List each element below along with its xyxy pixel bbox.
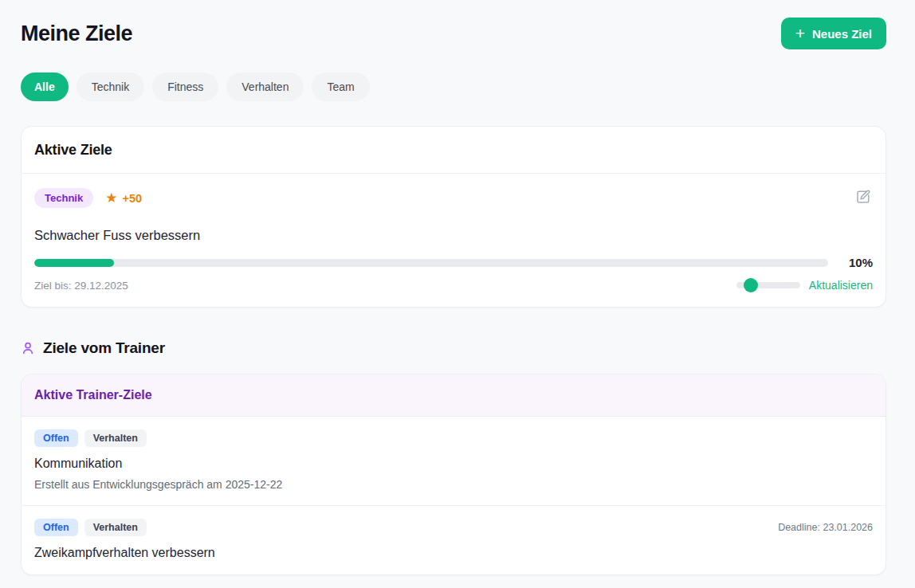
trainer-goals-card: Aktive Trainer-Ziele Offen Verhalten Kom… <box>21 374 886 575</box>
filter-pill-verhalten[interactable]: Verhalten <box>226 73 304 101</box>
goal-progress-row: 10% <box>34 256 873 269</box>
page-header: Meine Ziele + Neues Ziel <box>21 18 886 49</box>
trainer-goal-item: Offen Verhalten Kommunikation Erstellt a… <box>22 417 886 505</box>
trainer-section-header: Ziele vom Trainer <box>21 339 886 357</box>
filter-pill-fitness[interactable]: Fitness <box>152 73 218 101</box>
points-indicator: ★ +50 <box>105 191 142 205</box>
progress-slider-knob[interactable] <box>744 278 758 292</box>
active-goals-card-title: Aktive Ziele <box>22 127 886 174</box>
page: Meine Ziele + Neues Ziel Alle Technik Fi… <box>0 0 915 588</box>
new-goal-button[interactable]: + Neues Ziel <box>781 18 886 49</box>
goal-title: Schwacher Fuss verbessern <box>34 228 873 243</box>
person-icon <box>21 341 35 355</box>
category-badge: Verhalten <box>84 429 147 447</box>
trainer-goal-subtitle: Erstellt aus Entwicklungsgespräch am 202… <box>34 478 873 491</box>
progress-percent-label: 10% <box>828 256 873 269</box>
trainer-goal-item: Offen Verhalten Deadline: 23.01.2026 Zwe… <box>22 505 886 574</box>
trainer-goal-title: Zweikampfverhalten verbessern <box>34 546 873 560</box>
points-label: +50 <box>122 192 142 205</box>
trainer-goal-badges: Offen Verhalten Deadline: 23.01.2026 <box>34 519 873 536</box>
star-icon: ★ <box>105 191 117 205</box>
filter-pill-team[interactable]: Team <box>312 73 369 101</box>
update-progress-link[interactable]: Aktualisieren <box>809 279 873 292</box>
category-badge: Verhalten <box>84 519 147 536</box>
trainer-section-title: Ziele vom Trainer <box>43 339 165 357</box>
status-badge: Offen <box>34 519 78 536</box>
active-goal-item: Technik ★ +50 Schwacher Fuss verbessern <box>22 174 886 307</box>
status-badge: Offen <box>34 429 78 447</box>
new-goal-button-label: Neues Ziel <box>812 27 872 41</box>
plus-icon: + <box>795 25 805 41</box>
filter-pill-alle[interactable]: Alle <box>21 73 69 101</box>
active-goals-card: Aktive Ziele Technik ★ +50 Schwacher Fus… <box>21 126 886 308</box>
page-title: Meine Ziele <box>21 22 132 46</box>
trainer-card-title: Aktive Trainer-Ziele <box>22 374 886 417</box>
goal-meta-row: Technik ★ +50 <box>34 187 873 209</box>
edit-icon <box>855 189 871 205</box>
progress-updater: Aktualisieren <box>736 279 873 292</box>
edit-goal-button[interactable] <box>854 187 873 209</box>
goal-deadline-label: Ziel bis: 29.12.2025 <box>34 280 128 292</box>
trainer-goal-deadline: Deadline: 23.01.2026 <box>778 522 873 533</box>
trainer-goal-title: Kommunikation <box>34 457 873 471</box>
filter-pill-technik[interactable]: Technik <box>77 73 144 101</box>
goal-footer-row: Ziel bis: 29.12.2025 Aktualisieren <box>34 279 873 292</box>
progress-bar <box>34 259 828 267</box>
progress-bar-fill <box>34 259 114 267</box>
filter-pills: Alle Technik Fitness Verhalten Team <box>21 73 886 101</box>
progress-slider[interactable] <box>736 282 800 288</box>
trainer-goal-badges: Offen Verhalten <box>34 429 873 447</box>
category-badge: Technik <box>34 188 93 208</box>
